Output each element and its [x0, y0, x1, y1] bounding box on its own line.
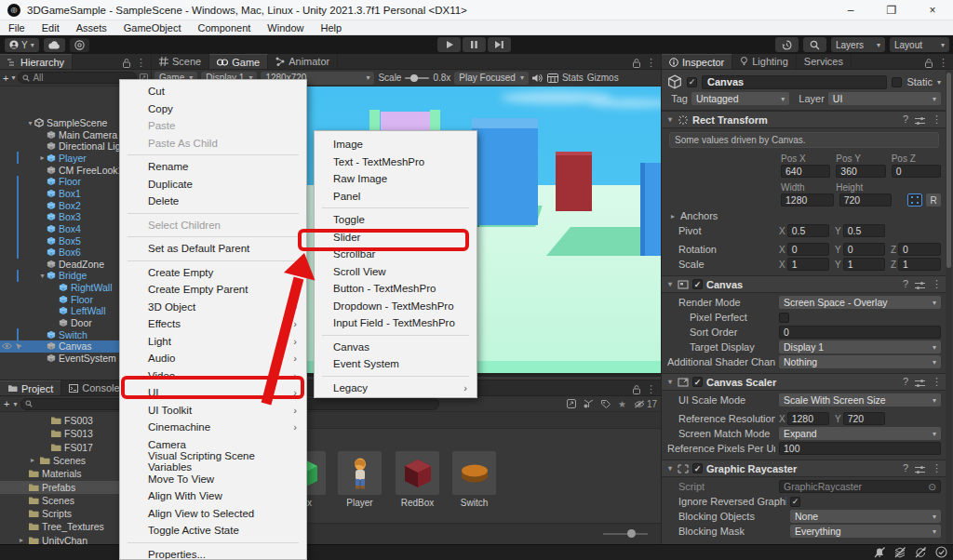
- close-button[interactable]: ×: [912, 0, 953, 20]
- muted-layers-icon[interactable]: [894, 547, 906, 558]
- object-picker-icon[interactable]: ⊙: [928, 481, 936, 492]
- play-focused-dropdown[interactable]: Play Focused ▾: [454, 72, 529, 85]
- sort-order-field[interactable]: 0: [779, 326, 941, 339]
- kebab-menu-icon[interactable]: ⋮: [932, 462, 942, 474]
- search-by-import-icon[interactable]: [584, 399, 594, 408]
- component-enabled-checkbox[interactable]: [692, 377, 703, 387]
- pause-button[interactable]: [463, 37, 486, 52]
- maximize-button[interactable]: ❐: [871, 0, 912, 20]
- foldout-icon[interactable]: ▾: [666, 378, 674, 386]
- thumbnail-size-slider[interactable]: [603, 533, 648, 535]
- kebab-menu-icon[interactable]: ⋮: [646, 383, 656, 395]
- context-menu-item-light[interactable]: Light›: [120, 333, 306, 351]
- stats-button[interactable]: Stats: [562, 73, 584, 83]
- pixel-perfect-checkbox[interactable]: [779, 313, 789, 323]
- context-menu-item-video[interactable]: Video›: [120, 367, 306, 385]
- layout-dropdown[interactable]: Layout ▾: [890, 37, 949, 52]
- scale-z-field[interactable]: 1: [898, 258, 941, 271]
- ui-submenu-item-slider[interactable]: Slider: [315, 229, 476, 247]
- favorites-star-icon[interactable]: ★: [618, 399, 626, 409]
- scale-x-field[interactable]: 1: [787, 258, 829, 271]
- context-menu-item-ui-toolkit[interactable]: UI Toolkit›: [120, 402, 306, 420]
- version-control-button[interactable]: [70, 38, 89, 52]
- lock-icon[interactable]: [925, 59, 933, 68]
- visibility-eye-icon[interactable]: [2, 342, 12, 350]
- create-add-button[interactable]: +: [4, 398, 9, 409]
- gameobject-cube-icon[interactable]: [667, 74, 682, 89]
- menubar-item-component[interactable]: Component: [189, 22, 259, 33]
- context-menu-item-properties[interactable]: Properties...: [120, 546, 306, 560]
- context-menu-item-align-with-view[interactable]: Align With View: [120, 487, 306, 505]
- canvas-component-header[interactable]: ▾ Canvas ? ⋮: [662, 275, 946, 293]
- context-menu-item-align-view-to-selected[interactable]: Align View to Selected: [120, 505, 306, 523]
- component-enabled-checkbox[interactable]: [692, 279, 703, 289]
- expand-right-icon[interactable]: ▸: [18, 536, 25, 544]
- active-checkbox[interactable]: [687, 77, 697, 87]
- kebab-menu-icon[interactable]: ⋮: [932, 278, 942, 290]
- expand-down-icon[interactable]: ▾: [26, 119, 34, 127]
- foldout-icon[interactable]: ▾: [666, 280, 674, 288]
- scale-y-field[interactable]: 1: [843, 258, 885, 271]
- ui-submenu-item-image[interactable]: Image: [315, 136, 476, 153]
- static-checkbox[interactable]: [892, 77, 902, 87]
- anchor-presets-button[interactable]: [907, 193, 922, 207]
- ui-submenu-item-event-system[interactable]: Event System: [315, 355, 476, 373]
- graphic-raycaster-header[interactable]: ▾ Graphic Raycaster ? ⋮: [662, 460, 946, 477]
- step-button[interactable]: [488, 37, 511, 52]
- context-menu-item-rename[interactable]: Rename: [120, 158, 306, 176]
- layers-dropdown[interactable]: Layers ▾: [831, 37, 885, 52]
- scrollbar-thumb[interactable]: [946, 73, 951, 268]
- render-mode-dropdown[interactable]: Screen Space - Overlay ▾: [779, 296, 941, 309]
- context-menu-item-toggle-active-state[interactable]: Toggle Active State: [120, 522, 306, 540]
- blocking-mask-dropdown[interactable]: Everything ▾: [790, 525, 941, 538]
- kebab-menu-icon[interactable]: ⋮: [932, 376, 942, 388]
- ui-submenu-item-scroll-view[interactable]: Scroll View: [315, 263, 476, 281]
- play-button[interactable]: [437, 37, 461, 52]
- tag-dropdown[interactable]: Untagged ▾: [691, 92, 789, 105]
- asset-redbox[interactable]: RedBox: [396, 451, 439, 508]
- background-tasks-check-icon[interactable]: [935, 546, 947, 558]
- kebab-menu-icon[interactable]: ⋮: [932, 113, 942, 126]
- folder-item-fs013[interactable]: FS013: [0, 427, 127, 440]
- context-menu-item-duplicate[interactable]: Duplicate: [120, 176, 306, 193]
- hidden-packages-toggle[interactable]: 17: [634, 399, 657, 409]
- pos-x-field[interactable]: 640: [781, 165, 830, 178]
- tab-inspector[interactable]: Inspector: [662, 54, 732, 69]
- search-button[interactable]: [803, 37, 826, 52]
- thumbnail-size-knob[interactable]: [627, 529, 636, 538]
- folder-item-prefabs[interactable]: Prefabs: [0, 481, 127, 494]
- ui-submenu-item-toggle[interactable]: Toggle: [315, 211, 476, 229]
- ui-submenu-item-text-textmeshpro[interactable]: Text - TextMeshPro: [315, 153, 476, 171]
- context-menu-item-visual-scripting-scene-variables[interactable]: Visual Scripting Scene Variables: [120, 453, 306, 471]
- tab-console[interactable]: Console: [61, 380, 128, 395]
- menubar-item-gameobject[interactable]: GameObject: [115, 22, 190, 33]
- expand-right-icon[interactable]: ▸: [29, 456, 36, 464]
- mute-audio-icon[interactable]: [532, 73, 544, 83]
- menubar-item-window[interactable]: Window: [259, 22, 312, 33]
- layer-dropdown[interactable]: UI ▾: [828, 92, 941, 105]
- help-icon[interactable]: ?: [903, 278, 908, 290]
- help-icon[interactable]: ?: [903, 113, 908, 126]
- tab-project[interactable]: Project: [0, 380, 61, 395]
- create-add-button[interactable]: +: [3, 73, 8, 84]
- menubar-item-assets[interactable]: Assets: [68, 22, 115, 33]
- folder-item-materials[interactable]: Materials: [0, 467, 127, 480]
- folder-item-tree-textures[interactable]: Tree_Textures: [0, 520, 127, 533]
- kebab-menu-icon[interactable]: ⋮: [136, 57, 146, 69]
- account-button[interactable]: Y ▾: [5, 38, 39, 52]
- reference-resolution-x-field[interactable]: 1280: [787, 412, 829, 425]
- context-menu-item-create-empty[interactable]: Create Empty: [120, 264, 306, 282]
- ui-submenu-item-dropdown-textmeshpro[interactable]: Dropdown - TextMeshPro: [315, 298, 476, 315]
- folder-item-scenes[interactable]: ▸Scenes: [0, 454, 127, 467]
- target-display-dropdown[interactable]: Display 1 ▾: [779, 340, 941, 353]
- context-menu-item-effects[interactable]: Effects›: [120, 315, 306, 333]
- pivot-y-field[interactable]: 0.5: [843, 224, 885, 237]
- ui-submenu-item-panel[interactable]: Panel: [315, 188, 476, 206]
- object-name-field[interactable]: Canvas: [702, 75, 887, 89]
- height-field[interactable]: 720: [839, 193, 893, 207]
- scale-slider-knob[interactable]: [410, 74, 418, 82]
- presets-icon[interactable]: [915, 379, 925, 388]
- rotation-y-field[interactable]: 0: [843, 243, 885, 256]
- expand-down-icon[interactable]: ▾: [38, 272, 47, 280]
- muted-notification-icon[interactable]: [874, 547, 886, 558]
